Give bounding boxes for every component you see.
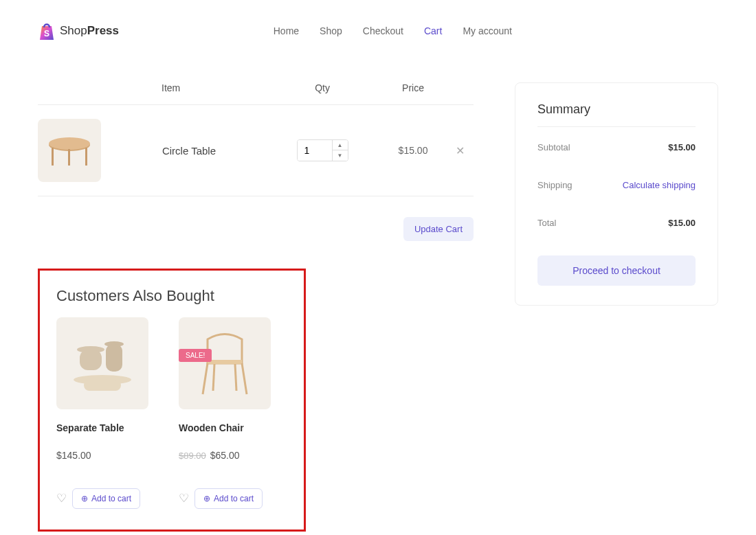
shipping-label: Shipping: [537, 180, 572, 190]
qty-control: ▲ ▼: [297, 139, 348, 161]
nav-my-account[interactable]: My account: [463, 25, 512, 36]
cart-table: Item Qty Price: [38, 82, 474, 196]
logo-icon: S: [38, 21, 56, 41]
product-price: $145.00: [56, 450, 165, 461]
nav: Home Shop Checkout Cart My account: [274, 25, 512, 36]
add-to-cart-button[interactable]: ⊕ Add to cart: [194, 488, 263, 509]
qty-input[interactable]: [298, 140, 332, 161]
plus-circle-icon: ⊕: [203, 494, 210, 503]
col-qty: Qty: [265, 82, 380, 105]
product-card: SALE! Wooden Chair: [179, 317, 287, 509]
plus-circle-icon: ⊕: [81, 494, 88, 503]
svg-text:S: S: [44, 29, 49, 38]
checkout-button[interactable]: Proceed to checkout: [537, 255, 696, 286]
col-item: Item: [38, 82, 265, 105]
wishlist-button[interactable]: ♡: [56, 491, 67, 505]
heart-icon: ♡: [56, 492, 67, 505]
subtotal-label: Subtotal: [537, 142, 570, 152]
svg-rect-3: [52, 148, 54, 166]
product-thumb[interactable]: [38, 119, 101, 182]
col-price: Price: [380, 82, 446, 105]
svg-rect-9: [106, 344, 122, 372]
svg-line-13: [203, 363, 208, 394]
svg-rect-5: [68, 149, 70, 166]
heart-icon: ♡: [179, 492, 189, 505]
total-label: Total: [537, 218, 556, 228]
svg-rect-12: [208, 360, 242, 364]
product-name[interactable]: Separate Table: [56, 422, 165, 435]
nav-home[interactable]: Home: [274, 25, 299, 36]
cross-sell-section: Customers Also Bought S: [38, 269, 306, 532]
svg-rect-7: [80, 350, 102, 370]
add-to-cart-button[interactable]: ⊕ Add to cart: [72, 488, 140, 509]
summary-title: Summary: [537, 102, 696, 127]
svg-line-15: [213, 364, 214, 391]
header: S ShopPress Home Shop Checkout Cart My a…: [0, 0, 756, 55]
total-value: $15.00: [668, 218, 696, 228]
qty-up[interactable]: ▲: [333, 140, 348, 150]
product-price: $89.00$65.00: [179, 450, 287, 461]
wishlist-button[interactable]: ♡: [179, 491, 189, 505]
product-name[interactable]: Wooden Chair: [179, 422, 287, 435]
logo-text: ShopPress: [60, 24, 119, 38]
calculate-shipping-link[interactable]: Calculate shipping: [623, 180, 696, 190]
update-cart-button[interactable]: Update Cart: [403, 217, 474, 241]
remove-button[interactable]: ✕: [446, 105, 474, 196]
product-price: $15.00: [380, 105, 446, 196]
svg-line-14: [242, 363, 247, 394]
summary-panel: Summary Subtotal $15.00 Shipping Calcula…: [515, 82, 718, 306]
svg-rect-11: [84, 380, 121, 391]
cart-row: Circle Table ▲ ▼ $15.00 ✕: [38, 105, 474, 196]
product-thumb[interactable]: [56, 317, 148, 409]
svg-point-2: [49, 137, 90, 150]
cross-sell-title: Customers Also Bought: [56, 287, 287, 305]
qty-down[interactable]: ▼: [333, 150, 348, 161]
nav-checkout[interactable]: Checkout: [363, 25, 403, 36]
sale-badge: SALE!: [179, 349, 212, 362]
product-card: Separate Table $145.00 ♡ ⊕ Add to cart: [56, 317, 165, 509]
svg-line-16: [235, 364, 236, 391]
nav-shop[interactable]: Shop: [320, 25, 342, 36]
svg-rect-4: [85, 148, 87, 166]
nav-cart[interactable]: Cart: [424, 25, 442, 36]
subtotal-value: $15.00: [668, 142, 696, 152]
logo[interactable]: S ShopPress: [38, 21, 119, 41]
close-icon: ✕: [456, 145, 465, 157]
product-thumb[interactable]: SALE!: [179, 317, 271, 409]
product-name[interactable]: Circle Table: [113, 105, 265, 196]
